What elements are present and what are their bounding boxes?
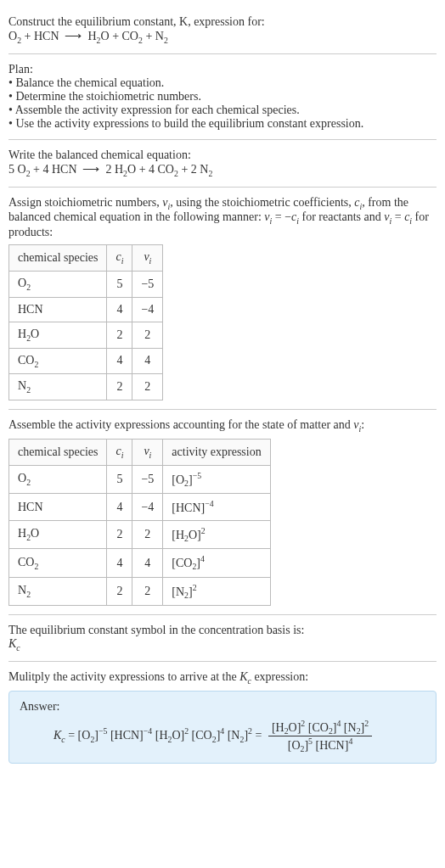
balanced-section: Write the balanced chemical equation: 5 …: [8, 140, 437, 188]
cell-ci: 2: [107, 374, 132, 400]
kc-symbol: Kc: [8, 637, 437, 652]
cell-activity: [O2]−5: [163, 465, 270, 493]
stoichiometry-section: Assign stoichiometric numbers, νi, using…: [8, 188, 437, 411]
plan-item-text: Balance the chemical equation.: [15, 76, 164, 89]
table-row: N2 2 2: [9, 374, 163, 400]
cell-ci: 4: [107, 348, 132, 374]
table-row: HCN 4 −4 [HCN]−4: [9, 494, 271, 521]
cell-vi: −4: [132, 494, 163, 521]
cell-species: H2O: [9, 520, 107, 548]
table-row: HCN 4 −4: [9, 297, 163, 322]
cell-species: N2: [9, 374, 107, 400]
plan-title: Plan:: [8, 63, 437, 76]
table-row: N2 2 2 [N2]2: [9, 577, 271, 605]
col-species: chemical species: [9, 439, 107, 465]
prompt-section: Construct the equilibrium constant, K, e…: [8, 7, 437, 54]
answer-box: Answer: Kc = [O2]−5 [HCN]−4 [H2O]2 [CO2]…: [8, 691, 437, 764]
cell-species: O2: [9, 465, 107, 493]
balanced-equation: 5 O2 + 4 HCN ⟶ 2 H2O + 4 CO2 + 2 N2: [8, 162, 437, 178]
activity-section: Assemble the activity expressions accoun…: [8, 410, 437, 615]
cell-ci: 5: [107, 465, 132, 493]
col-vi: νi: [132, 439, 163, 465]
kc-symbol-intro: The equilibrium constant symbol in the c…: [8, 624, 437, 637]
kc-numerator: [H2O]2 [CO2]4 [N2]2: [268, 719, 372, 736]
plan-item-text: Use the activity expressions to build th…: [15, 117, 363, 130]
table-header-row: chemical species ci νi activity expressi…: [9, 439, 271, 465]
cell-vi: −5: [132, 465, 163, 493]
cell-species: CO2: [9, 549, 107, 577]
cell-activity: [HCN]−4: [163, 494, 270, 521]
col-activity: activity expression: [163, 439, 270, 465]
cell-ci: 5: [107, 271, 132, 297]
cell-activity: [CO2]4: [163, 549, 270, 577]
cell-vi: 4: [132, 549, 163, 577]
final-section: Mulitply the activity expressions to arr…: [8, 662, 437, 772]
cell-vi: 2: [132, 520, 163, 548]
cell-ci: 2: [107, 520, 132, 548]
activity-intro: Assemble the activity expressions accoun…: [8, 418, 437, 434]
table-row: CO2 4 4: [9, 348, 163, 374]
kc-fraction: [H2O]2 [CO2]4 [N2]2 [O2]5 [HCN]4: [268, 719, 372, 754]
table-row: H2O 2 2: [9, 322, 163, 348]
plan-item-text: Assemble the activity expression for eac…: [15, 104, 300, 116]
cell-ci: 2: [107, 322, 132, 348]
cell-species: CO2: [9, 348, 107, 374]
cell-vi: −4: [132, 297, 163, 322]
cell-ci: 4: [107, 549, 132, 577]
cell-species: O2: [9, 271, 107, 297]
cell-species: HCN: [9, 297, 107, 322]
table-row: H2O 2 2 [H2O]2: [9, 520, 271, 548]
plan-section: Plan: • Balance the chemical equation. •…: [8, 54, 437, 140]
table-row: CO2 4 4 [CO2]4: [9, 549, 271, 577]
cell-species: N2: [9, 577, 107, 605]
plan-item-text: Determine the stoichiometric numbers.: [15, 90, 201, 103]
final-intro: Mulitply the activity expressions to arr…: [8, 670, 437, 686]
stoichiometry-intro: Assign stoichiometric numbers, νi, using…: [8, 196, 437, 240]
prompt-line: Construct the equilibrium constant, K, e…: [8, 15, 437, 29]
kc-symbol-section: The equilibrium constant symbol in the c…: [8, 615, 437, 662]
kc-expression: Kc = [O2]−5 [HCN]−4 [H2O]2 [CO2]4 [N2]2 …: [20, 719, 425, 754]
plan-item: • Use the activity expressions to build …: [8, 117, 437, 131]
answer-label: Answer:: [20, 700, 425, 719]
cell-vi: 4: [132, 348, 163, 374]
col-ci: ci: [107, 245, 132, 272]
cell-vi: 2: [132, 577, 163, 605]
stoichiometry-table: chemical species ci νi O2 5 −5 HCN 4 −4 …: [8, 244, 163, 400]
cell-ci: 4: [107, 297, 132, 322]
cell-vi: 2: [132, 374, 163, 400]
cell-activity: [H2O]2: [163, 520, 270, 548]
plan-item: • Assemble the activity expression for e…: [8, 104, 437, 117]
balanced-title: Write the balanced chemical equation:: [8, 148, 437, 162]
col-ci: ci: [107, 439, 132, 465]
table-row: O2 5 −5 [O2]−5: [9, 465, 271, 493]
col-vi: νi: [132, 245, 163, 272]
plan-item: • Determine the stoichiometric numbers.: [8, 90, 437, 104]
table-header-row: chemical species ci νi: [9, 245, 163, 272]
kc-denominator: [O2]5 [HCN]4: [268, 736, 372, 753]
cell-species: HCN: [9, 494, 107, 521]
cell-vi: −5: [132, 271, 163, 297]
kc-expression-lhs: Kc = [O2]−5 [HCN]−4 [H2O]2 [CO2]4 [N2]2 …: [54, 729, 265, 742]
table-row: O2 5 −5: [9, 271, 163, 297]
cell-vi: 2: [132, 322, 163, 348]
col-species: chemical species: [9, 245, 107, 272]
plan-item: • Balance the chemical equation.: [8, 76, 437, 90]
cell-ci: 4: [107, 494, 132, 521]
cell-activity: [N2]2: [163, 577, 270, 605]
cell-ci: 2: [107, 577, 132, 605]
cell-species: H2O: [9, 322, 107, 348]
activity-table: chemical species ci νi activity expressi…: [8, 439, 271, 606]
unbalanced-equation: O2 + HCN ⟶ H2O + CO2 + N2: [8, 29, 437, 45]
